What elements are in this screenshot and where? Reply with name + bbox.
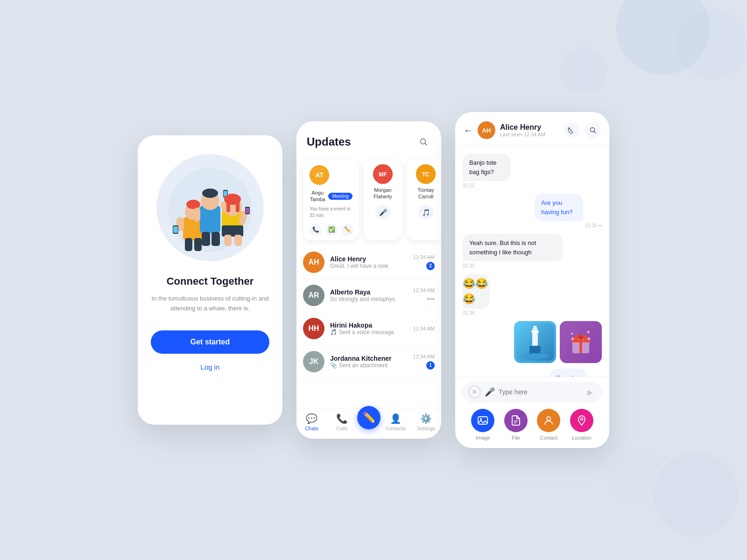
message-time: 01:33 xyxy=(463,263,602,268)
message-row: Banjo tote bag figs? 01:22 xyxy=(463,154,602,188)
calls-nav-icon: 📞 xyxy=(336,413,348,424)
attach-contact-option[interactable]: Contact xyxy=(537,409,560,441)
file-label: File xyxy=(512,435,520,441)
attach-location-option[interactable]: Location xyxy=(570,409,593,441)
message-time: 01:32 •• xyxy=(535,223,602,228)
svg-rect-44 xyxy=(532,330,538,347)
location-label: Location xyxy=(572,435,592,441)
nav-settings[interactable]: ⚙️ Settings xyxy=(411,413,441,431)
onboarding-title: Connect Together xyxy=(167,275,254,287)
contact-avatar: AH xyxy=(478,121,495,139)
svg-rect-53 xyxy=(571,340,590,343)
story-card-featured[interactable]: AT Angu Tamba Meeting You have a event i… xyxy=(303,159,359,240)
avatar: AH xyxy=(303,252,324,273)
story-desc: You have a event in 32 min xyxy=(310,206,352,219)
chat-meta: 12:34 AM 2 xyxy=(413,254,435,270)
illustration-area xyxy=(156,154,264,261)
check-icon-btn[interactable]: ✅ xyxy=(325,224,338,236)
chat-item-alice[interactable]: AH Alice Henry Great. I will have a look… xyxy=(303,246,435,279)
nav-chats[interactable]: 💬 Chats xyxy=(296,413,327,431)
message-input[interactable] xyxy=(499,388,580,396)
chat-meta: 12:34 AM xyxy=(413,326,435,331)
story-card-tiontay[interactable]: TC TiontayCarroll 🎵 xyxy=(407,159,441,240)
chat-meta: 12:34 AM ••• xyxy=(413,287,435,303)
image-message-row: ✦ ✦ xyxy=(463,321,602,363)
svg-rect-10 xyxy=(194,238,202,251)
call-action-button[interactable] xyxy=(564,122,579,138)
chat-item-jordanna[interactable]: JK Jordanna Kitchener 📎 Sent an attachme… xyxy=(303,345,435,378)
contact-label: Contact xyxy=(540,435,557,441)
chat-info: Alberto Raya So strongly and metaphys. xyxy=(330,288,408,302)
message-time: 01:34 xyxy=(463,310,500,315)
image-label: Image xyxy=(476,435,490,441)
nav-contacts[interactable]: 👤 Contacts xyxy=(381,413,411,431)
chat-actions xyxy=(564,122,601,138)
search-icon[interactable] xyxy=(416,134,431,149)
compose-fab-button[interactable]: ✏️ xyxy=(357,406,381,429)
svg-text:AT: AT xyxy=(315,171,324,179)
close-input-button[interactable]: ✕ xyxy=(468,385,481,399)
send-button[interactable]: ▶ xyxy=(584,385,596,399)
svg-point-64 xyxy=(580,418,583,420)
attach-image-option[interactable]: Image xyxy=(471,409,494,441)
chat-name: Hirini Hakopa xyxy=(330,322,408,329)
story-action-icon[interactable]: 🎵 xyxy=(418,205,433,220)
svg-rect-28 xyxy=(246,208,249,213)
svg-rect-59 xyxy=(478,417,487,424)
story-name: MorganFlaherty xyxy=(374,187,392,200)
story-action-icon[interactable]: 🎤 xyxy=(375,205,390,220)
location-icon xyxy=(570,409,593,432)
get-started-button[interactable]: Get started xyxy=(151,330,269,354)
avatar: AT xyxy=(310,165,329,185)
attach-file-option[interactable]: File xyxy=(504,409,528,441)
image-group: ✦ ✦ xyxy=(514,321,602,363)
messages-area: Banjo tote bag figs? 01:22 Are you havin… xyxy=(455,146,609,377)
search-action-button[interactable] xyxy=(585,122,601,138)
message-bubble-emoji: 😂😂😂 xyxy=(463,274,490,308)
svg-text:MF: MF xyxy=(379,171,387,178)
svg-rect-47 xyxy=(529,346,541,354)
message-row: Sounds good? 01:35 •• xyxy=(463,369,602,377)
nav-calls[interactable]: 📞 Calls xyxy=(327,413,357,431)
svg-text:✦: ✦ xyxy=(571,332,574,336)
svg-rect-29 xyxy=(224,235,232,246)
stories-row: AT Angu Tamba Meeting You have a event i… xyxy=(296,155,441,246)
chat-info: Hirini Hakopa 🎵 Sent a voice message xyxy=(330,322,408,336)
message-bubble: Yeah sure. But this is not something I l… xyxy=(463,234,563,261)
chat-item-alberto[interactable]: AR Alberto Raya So strongly and metaphys… xyxy=(303,279,435,312)
avatar: JK xyxy=(303,351,324,372)
nav-settings-label: Settings xyxy=(417,426,436,431)
chat-time: 12:34 AM xyxy=(413,254,435,260)
story-name: TiontayCarroll xyxy=(417,187,434,200)
chat-name: Alberto Raya xyxy=(330,288,408,296)
unread-badge: 1 xyxy=(426,361,435,370)
message-row: 😂😂😂 01:34 xyxy=(463,274,602,315)
chat-time: 12:34 AM xyxy=(413,287,435,293)
svg-rect-24 xyxy=(226,198,230,212)
chat-preview: 🎵 Sent a voice message xyxy=(330,329,408,336)
story-icons: 📞 ✅ ✏️ xyxy=(310,224,353,236)
chat-preview: So strongly and metaphys. xyxy=(330,296,408,302)
file-icon xyxy=(504,409,528,432)
svg-rect-8 xyxy=(173,226,178,233)
chat-item-hirini[interactable]: HH Hirini Hakopa 🎵 Sent a voice message … xyxy=(303,312,435,345)
chats-nav-icon: 💬 xyxy=(306,413,317,424)
svg-rect-9 xyxy=(185,238,192,251)
microphone-icon[interactable]: 🎤 xyxy=(485,387,495,397)
message-bubble: Banjo tote bag figs? xyxy=(463,154,511,181)
edit-icon-btn[interactable]: ✏️ xyxy=(341,224,353,236)
nav-contacts-label: Contacts xyxy=(386,426,406,431)
nav-calls-label: Calls xyxy=(336,426,347,431)
login-link[interactable]: Log in xyxy=(201,363,220,371)
chat-image-gift: ✦ ✦ xyxy=(560,321,602,363)
avatar: AR xyxy=(303,285,324,306)
story-card-morgan[interactable]: MF MorganFlaherty 🎤 xyxy=(364,159,402,240)
message-input-area: ✕ 🎤 ▶ Image xyxy=(455,377,609,448)
chat-time: 12:34 AM xyxy=(413,326,435,331)
message-time: 01:22 xyxy=(463,183,529,188)
call-icon-btn[interactable]: 📞 xyxy=(310,224,322,236)
svg-rect-30 xyxy=(234,235,242,246)
chat-time: 12:34 AM xyxy=(413,354,435,359)
back-button[interactable]: ← xyxy=(464,125,473,136)
svg-line-42 xyxy=(594,132,596,133)
